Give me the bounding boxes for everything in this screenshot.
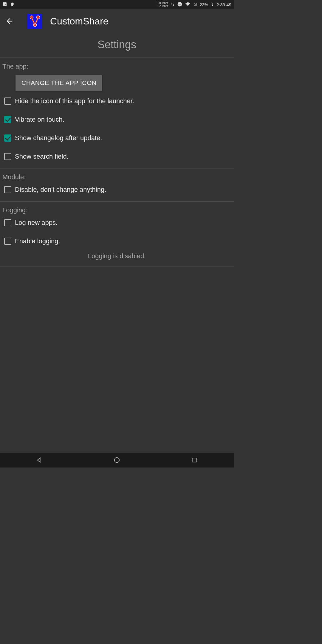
label-enable-logging: Enable logging. — [15, 237, 60, 245]
row-hide-icon[interactable]: Hide the icon of this app for the launch… — [2, 92, 232, 110]
checkbox-search-field[interactable] — [4, 153, 11, 160]
shield-icon — [10, 2, 14, 7]
row-disable-module[interactable]: Disable, don't change anything. — [2, 184, 232, 199]
checkbox-log-new[interactable] — [4, 219, 11, 226]
label-vibrate: Vibrate on touch. — [15, 116, 64, 123]
battery-text: 23% — [200, 2, 208, 7]
status-bar: 0.0 Mb/s 0.2 Mb/s 23% 2:39:49 — [0, 0, 234, 9]
section-logging: Logging: Log new apps. Enable logging. L… — [0, 202, 234, 267]
wifi-icon — [185, 2, 191, 7]
checkbox-vibrate[interactable] — [4, 116, 11, 123]
row-changelog[interactable]: Show changelog after update. — [2, 129, 232, 147]
label-changelog: Show changelog after update. — [15, 134, 102, 142]
change-app-icon-button[interactable]: CHANGE THE APP ICON — [16, 75, 102, 91]
app-icon — [27, 14, 42, 29]
arrows-icon — [171, 2, 175, 7]
label-search-field: Show search field. — [15, 153, 69, 160]
checkbox-disable-module[interactable] — [4, 186, 11, 193]
row-search-field[interactable]: Show search field. — [2, 147, 232, 166]
nav-back-button[interactable] — [35, 456, 44, 465]
label-hide-icon: Hide the icon of this app for the launch… — [15, 97, 134, 105]
sim-icon — [193, 2, 197, 7]
checkbox-enable-logging[interactable] — [4, 238, 11, 245]
back-button[interactable] — [4, 15, 16, 27]
section-app-label: The app: — [2, 61, 232, 73]
checkbox-changelog[interactable] — [4, 134, 11, 142]
nav-recent-button[interactable] — [190, 456, 199, 465]
section-logging-label: Logging: — [2, 205, 232, 217]
label-log-new: Log new apps. — [15, 219, 58, 227]
section-module: Module: Disable, don't change anything. — [0, 168, 234, 202]
section-app: The app: CHANGE THE APP ICON Hide the ic… — [0, 58, 234, 168]
clock-text: 2:39:49 — [216, 2, 231, 7]
svg-point-7 — [114, 458, 120, 463]
svg-rect-8 — [193, 458, 197, 462]
app-title: CustomShare — [50, 16, 109, 27]
image-icon — [2, 2, 7, 7]
svg-rect-3 — [212, 5, 213, 6]
network-speed: 0.0 Mb/s 0.2 Mb/s — [157, 2, 168, 8]
navigation-bar — [0, 453, 234, 467]
dnd-icon — [177, 1, 182, 8]
svg-rect-1 — [178, 4, 181, 4]
checkbox-hide-icon[interactable] — [4, 97, 11, 105]
row-vibrate[interactable]: Vibrate on touch. — [2, 110, 232, 129]
app-bar: CustomShare — [0, 9, 234, 33]
row-enable-logging[interactable]: Enable logging. — [2, 232, 232, 250]
row-log-new[interactable]: Log new apps. — [2, 217, 232, 232]
section-module-label: Module: — [2, 171, 232, 184]
battery-icon — [210, 1, 214, 8]
nav-home-button[interactable] — [112, 456, 121, 465]
label-disable-module: Disable, don't change anything. — [15, 186, 106, 193]
page-title: Settings — [0, 33, 234, 58]
logging-info: Logging is disabled. — [2, 250, 232, 264]
